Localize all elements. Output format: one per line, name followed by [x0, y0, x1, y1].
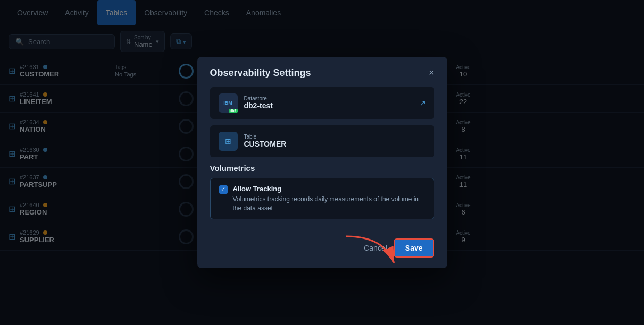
tracking-desc: Volumetrics tracking records daily measu… — [233, 195, 425, 213]
observability-settings-modal: Observability Settings × IBM db2 Datasto… — [197, 57, 447, 269]
datastore-section: IBM db2 Datastore db2-test ↗ — [210, 87, 434, 119]
tracking-title: Allow Tracking — [233, 185, 425, 193]
external-link-icon[interactable]: ↗ — [420, 99, 426, 107]
volumetrics-section: Volumetrics ✓ Allow Tracking Volumetrics… — [210, 164, 434, 220]
datastore-label: Datastore — [244, 96, 413, 101]
tracking-content: Allow Tracking Volumetrics tracking reco… — [233, 185, 425, 213]
table-section: ⊞ Table CUSTOMER — [210, 125, 434, 157]
modal-header: Observability Settings × — [197, 57, 447, 87]
table-grid-icon: ⊞ — [225, 137, 231, 146]
datastore-name: db2-test — [244, 101, 413, 110]
table-label: Table — [244, 134, 426, 140]
table-info: Table CUSTOMER — [244, 134, 426, 148]
datastore-info: Datastore db2-test — [244, 96, 413, 110]
close-button[interactable]: × — [429, 68, 434, 78]
volumetrics-title: Volumetrics — [210, 164, 434, 173]
datastore-icon: IBM db2 — [219, 93, 238, 113]
modal-body: IBM db2 Datastore db2-test ↗ ⊞ Table CUS… — [197, 87, 447, 239]
allow-tracking-checkbox[interactable]: ✓ — [219, 185, 228, 194]
modal-overlay: Observability Settings × IBM db2 Datasto… — [0, 0, 644, 325]
modal-table-name: CUSTOMER — [244, 140, 426, 148]
modal-title: Observability Settings — [210, 67, 311, 79]
db2-badge: db2 — [229, 109, 237, 113]
table-icon: ⊞ — [219, 132, 238, 151]
cancel-button[interactable]: Cancel — [364, 244, 387, 252]
modal-footer: Cancel Save — [197, 238, 447, 268]
tracking-box: ✓ Allow Tracking Volumetrics tracking re… — [210, 178, 434, 220]
save-button[interactable]: Save — [394, 238, 434, 258]
